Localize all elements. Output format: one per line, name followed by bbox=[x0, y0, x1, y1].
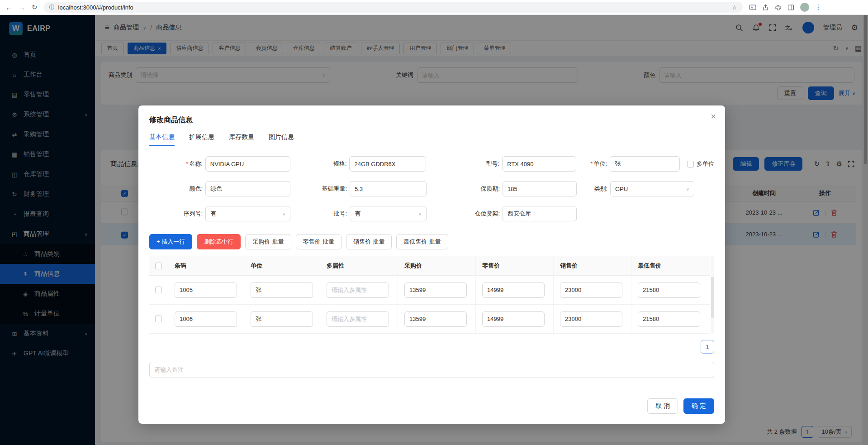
barcode-column-header: 条码 bbox=[168, 256, 244, 275]
weight-label: 基础重量: bbox=[290, 185, 350, 193]
unit-column-header: 单位 bbox=[244, 256, 320, 275]
purchase-batch-button[interactable]: 采购价-批量 bbox=[245, 234, 291, 249]
multi-attr-input[interactable] bbox=[327, 282, 389, 298]
required-mark: * bbox=[186, 160, 188, 167]
cancel-button[interactable]: 取 消 bbox=[647, 398, 678, 414]
name-input[interactable] bbox=[205, 156, 290, 172]
address-bar[interactable]: ⓘ localhost:3000/#/product/info ☆ bbox=[44, 2, 743, 13]
spec-label: 规格: bbox=[290, 160, 350, 168]
serial-select[interactable]: 有∨ bbox=[205, 206, 290, 221]
insert-row-button[interactable]: + 插入一行 bbox=[149, 234, 192, 249]
shelf-life-input[interactable] bbox=[503, 181, 577, 196]
min-price-input[interactable] bbox=[638, 311, 700, 327]
select-all-checkbox[interactable] bbox=[155, 263, 162, 269]
chevron-down-icon: ∨ bbox=[686, 187, 689, 191]
chevron-down-icon: ∨ bbox=[418, 211, 422, 216]
tab-extended-info[interactable]: 扩展信息 bbox=[189, 133, 214, 146]
modal-tabs: 基本信息 扩展信息 库存数量 图片信息 bbox=[149, 133, 714, 146]
sku-table-header: 条码 单位 多属性 采购价 零售价 销售价 最低售价 bbox=[149, 256, 710, 276]
multi-unit-checkbox[interactable] bbox=[687, 161, 694, 167]
sale-column-header: 销售价 bbox=[554, 256, 631, 275]
tab-stock-qty[interactable]: 库存数量 bbox=[229, 133, 254, 146]
browser-forward-icon[interactable]: → bbox=[19, 4, 25, 11]
row-toolbar: + 插入一行 删除选中行 采购价-批量 零售价-批量 销售价-批量 最低售价-批… bbox=[149, 234, 714, 249]
retail-price-input[interactable] bbox=[482, 311, 545, 327]
category-label: 类别: bbox=[577, 185, 610, 193]
edit-product-modal: × 修改商品信息 基本信息 扩展信息 库存数量 图片信息 *名称: 规格: 型号… bbox=[138, 105, 725, 424]
batch-select[interactable]: 有∨ bbox=[350, 206, 427, 221]
translate-icon[interactable]: A bbox=[749, 4, 756, 11]
barcode-input[interactable] bbox=[175, 282, 237, 298]
weight-input[interactable] bbox=[350, 181, 427, 196]
browser-menu-dots-icon[interactable]: ⋮ bbox=[815, 3, 822, 11]
required-mark: * bbox=[590, 160, 593, 167]
browser-reload-icon[interactable]: ↻ bbox=[32, 3, 38, 11]
side-panel-icon[interactable] bbox=[787, 4, 794, 11]
unit-input[interactable] bbox=[251, 282, 313, 298]
rack-label: 仓位货架: bbox=[427, 210, 503, 218]
min-price-column-header: 最低售价 bbox=[631, 256, 710, 275]
browser-back-icon[interactable]: ← bbox=[5, 4, 12, 11]
sku-table: 条码 单位 多属性 采购价 零售价 销售价 最低售价 bbox=[149, 256, 714, 334]
batch-label: 批号: bbox=[290, 210, 350, 218]
multi-unit-label: 多单位 bbox=[697, 160, 714, 168]
modal-close-icon[interactable]: × bbox=[711, 112, 716, 121]
row-checkbox[interactable] bbox=[155, 316, 162, 322]
modal-title: 修改商品信息 bbox=[149, 115, 714, 125]
color-label: 颜色: bbox=[149, 185, 205, 193]
name-label: 名称: bbox=[189, 160, 203, 167]
min-price-input[interactable] bbox=[638, 282, 700, 298]
color-input[interactable] bbox=[205, 181, 290, 196]
tab-basic-info[interactable]: 基本信息 bbox=[149, 133, 175, 146]
attr-column-header: 多属性 bbox=[320, 256, 398, 275]
retail-batch-button[interactable]: 零售价-批量 bbox=[296, 234, 342, 249]
multi-attr-input[interactable] bbox=[327, 311, 389, 327]
remark-textarea[interactable] bbox=[149, 362, 714, 378]
category-select[interactable]: GPU∨ bbox=[610, 181, 694, 196]
model-label: 型号: bbox=[426, 160, 502, 168]
sale-price-input[interactable] bbox=[560, 282, 622, 298]
site-info-icon[interactable]: ⓘ bbox=[49, 4, 55, 11]
rack-input[interactable] bbox=[503, 206, 577, 221]
unit-input[interactable] bbox=[610, 156, 680, 172]
unit-label: 单位: bbox=[593, 160, 607, 167]
ok-button[interactable]: 确 定 bbox=[683, 398, 714, 414]
barcode-input[interactable] bbox=[175, 311, 237, 327]
browser-toolbar: ← → ↻ ⓘ localhost:3000/#/product/info ☆ … bbox=[0, 0, 868, 15]
share-icon[interactable] bbox=[762, 4, 769, 11]
model-input[interactable] bbox=[502, 156, 576, 172]
row-checkbox[interactable] bbox=[155, 287, 162, 293]
unit-input[interactable] bbox=[251, 311, 313, 327]
scrollbar-thumb[interactable] bbox=[711, 277, 714, 318]
retail-column-header: 零售价 bbox=[476, 256, 554, 275]
purchase-column-header: 采购价 bbox=[398, 256, 476, 275]
spec-input[interactable] bbox=[349, 156, 426, 172]
tab-image-info[interactable]: 图片信息 bbox=[269, 133, 294, 146]
shelf-life-label: 保质期: bbox=[427, 185, 503, 193]
modal-page-number-button[interactable]: 1 bbox=[701, 340, 714, 354]
table-row bbox=[149, 305, 710, 334]
table-scrollbar[interactable] bbox=[711, 256, 714, 334]
purchase-price-input[interactable] bbox=[404, 282, 467, 298]
bookmark-star-icon[interactable]: ☆ bbox=[732, 4, 737, 11]
extensions-icon[interactable] bbox=[775, 4, 782, 11]
chevron-down-icon: ∨ bbox=[282, 211, 285, 216]
purchase-price-input[interactable] bbox=[404, 311, 467, 327]
svg-text:A: A bbox=[751, 6, 753, 9]
sale-price-input[interactable] bbox=[560, 311, 622, 327]
product-form: *名称: 规格: 型号: *单位: 多单位 颜色: 基础重量: 保质期: 类别:… bbox=[149, 156, 714, 221]
serial-label: 序列号: bbox=[149, 210, 205, 218]
sale-batch-button[interactable]: 销售价-批量 bbox=[346, 234, 392, 249]
browser-profile-avatar[interactable] bbox=[800, 3, 809, 12]
table-row bbox=[149, 276, 710, 305]
url-text: localhost:3000/#/product/info bbox=[58, 4, 133, 11]
delete-selected-button[interactable]: 删除选中行 bbox=[197, 234, 241, 249]
retail-price-input[interactable] bbox=[482, 282, 545, 298]
min-price-batch-button[interactable]: 最低售价-批量 bbox=[396, 234, 448, 249]
